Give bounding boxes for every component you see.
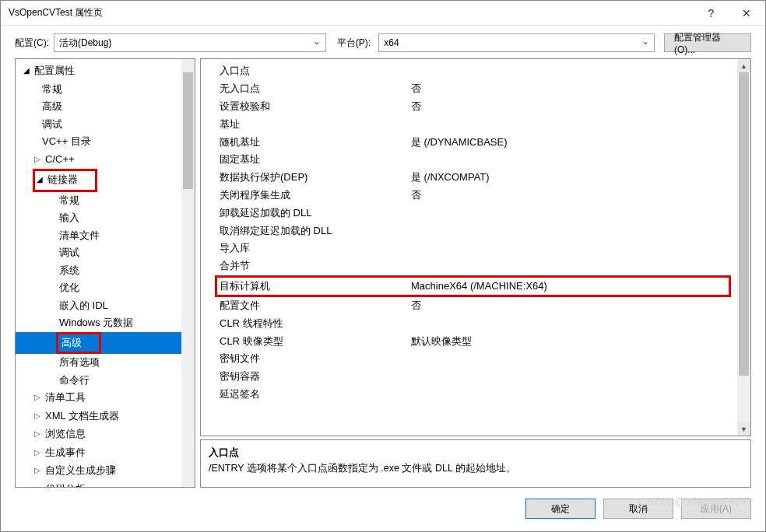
property-value[interactable]: MachineX64 (/MACHINE:X64) xyxy=(411,280,729,292)
description-pane: 入口点 /ENTRY 选项将某个入口点函数指定为 .exe 文件或 DLL 的起… xyxy=(200,439,751,488)
tree-item-xml-gen[interactable]: ▷XML 文档生成器 xyxy=(16,408,181,426)
tree-item-linker-cmd[interactable]: 命令行 xyxy=(16,372,181,390)
property-name: 配置文件 xyxy=(201,299,411,313)
property-row[interactable]: 合并节 xyxy=(201,257,737,275)
property-name: 取消绑定延迟加载的 DLL xyxy=(201,224,411,238)
tree-pane: ◢配置属性 常规 高级 调试 VC++ 目录 ▷C/C++ ◢链接器 常规 输入… xyxy=(15,58,195,488)
tree-scrollbar-thumb[interactable] xyxy=(183,72,193,189)
tree-item-linker-winmd[interactable]: Windows 元数据 xyxy=(16,314,181,332)
cancel-button[interactable]: 取消 xyxy=(603,499,673,519)
ok-button[interactable]: 确定 xyxy=(525,499,596,519)
window-title: VsOpenCVTest 属性页 xyxy=(9,6,694,19)
property-name: 导入库 xyxy=(201,241,411,255)
tree-item-linker[interactable]: ◢链接器 xyxy=(16,169,181,192)
tree-item-linker-system[interactable]: 系统 xyxy=(16,262,181,280)
property-name: CLR 线程特性 xyxy=(201,317,411,331)
property-value[interactable]: 默认映像类型 xyxy=(411,334,737,348)
config-value: 活动(Debug) xyxy=(59,37,111,50)
tree-item-linker-manifest[interactable]: 清单文件 xyxy=(16,227,181,245)
tree-item-manifest-tool[interactable]: ▷清单工具 xyxy=(16,389,181,408)
property-name: 密钥文件 xyxy=(201,352,411,366)
property-name: 无入口点 xyxy=(201,82,411,96)
tree-item-ccpp[interactable]: ▷C/C++ xyxy=(16,151,181,170)
property-row[interactable]: CLR 映像类型默认映像类型 xyxy=(201,332,737,350)
property-row[interactable]: 延迟签名 xyxy=(201,386,737,404)
property-name: 设置校验和 xyxy=(201,100,411,114)
right-pane: 入口点无入口点否设置校验和否基址随机基址是 (/DYNAMICBASE)固定基址… xyxy=(200,58,751,488)
property-row[interactable]: 基址 xyxy=(201,115,737,133)
scroll-up-icon[interactable]: ▲ xyxy=(737,59,750,72)
property-name: 合并节 xyxy=(201,259,411,273)
property-row[interactable]: 数据执行保护(DEP)是 (/NXCOMPAT) xyxy=(201,169,737,187)
tree-scroll[interactable]: ◢配置属性 常规 高级 调试 VC++ 目录 ▷C/C++ ◢链接器 常规 输入… xyxy=(16,59,181,487)
tree-item-build-events[interactable]: ▷生成事件 xyxy=(16,444,181,463)
property-row[interactable]: 关闭程序集生成否 xyxy=(201,187,737,205)
tree-item-linker-optimize[interactable]: 优化 xyxy=(16,279,181,297)
property-row[interactable]: 密钥文件 xyxy=(201,350,737,368)
tree-item-general[interactable]: 常规 xyxy=(16,81,181,99)
property-row[interactable]: 配置文件否 xyxy=(201,297,737,315)
property-row[interactable]: 固定基址 xyxy=(201,151,737,169)
config-row: 配置(C): 活动(Debug) 平台(P): x64 配置管理器(O)... xyxy=(1,26,765,58)
tree-item-advanced[interactable]: 高级 xyxy=(16,98,181,116)
apply-button[interactable]: 应用(A) xyxy=(681,499,751,519)
help-icon[interactable]: ? xyxy=(694,2,729,25)
property-name: 固定基址 xyxy=(201,152,411,166)
property-name: 目标计算机 xyxy=(217,279,411,293)
body-area: ◢配置属性 常规 高级 调试 VC++ 目录 ▷C/C++ ◢链接器 常规 输入… xyxy=(1,58,765,492)
property-name: 卸载延迟加载的 DLL xyxy=(201,206,411,220)
property-row[interactable]: 取消绑定延迟加载的 DLL xyxy=(201,222,737,240)
property-name: 数据执行保护(DEP) xyxy=(201,170,411,184)
close-icon[interactable]: ✕ xyxy=(729,2,764,25)
platform-combobox[interactable]: x64 xyxy=(378,33,655,52)
tree-item-browse[interactable]: ▷浏览信息 xyxy=(16,425,181,444)
property-row[interactable]: 无入口点否 xyxy=(201,80,737,98)
property-name: 延迟签名 xyxy=(201,387,411,401)
config-combobox[interactable]: 活动(Debug) xyxy=(54,33,326,52)
scroll-down-icon[interactable]: ▼ xyxy=(737,422,750,436)
tree-item-linker-general[interactable]: 常规 xyxy=(16,192,181,210)
property-name: CLR 映像类型 xyxy=(201,334,411,348)
tree-item-linker-all[interactable]: 所有选项 xyxy=(16,354,181,372)
property-value[interactable]: 否 xyxy=(411,100,737,114)
property-name: 入口点 xyxy=(201,64,411,78)
tree-item-linker-advanced[interactable]: 高级 xyxy=(16,332,181,355)
tree-item-linker-debug[interactable]: 调试 xyxy=(16,244,181,262)
property-grid: 入口点无入口点否设置校验和否基址随机基址是 (/DYNAMICBASE)固定基址… xyxy=(200,58,751,436)
property-row[interactable]: 入口点 xyxy=(201,62,737,80)
property-row[interactable]: 目标计算机MachineX64 (/MACHINE:X64) xyxy=(217,278,729,295)
property-row[interactable]: 密钥容器 xyxy=(201,368,737,386)
property-grid-body[interactable]: 入口点无入口点否设置校验和否基址随机基址是 (/DYNAMICBASE)固定基址… xyxy=(201,59,737,436)
property-row[interactable]: 卸载延迟加载的 DLL xyxy=(201,204,737,222)
tree-item-custom-build[interactable]: ▷自定义生成步骤 xyxy=(16,462,181,481)
highlight-box: 目标计算机MachineX64 (/MACHINE:X64) xyxy=(215,275,731,297)
tree-scrollbar[interactable] xyxy=(181,59,195,487)
property-value[interactable]: 是 (/NXCOMPAT) xyxy=(411,170,737,184)
grid-scrollbar[interactable]: ▲ ▼ xyxy=(737,59,750,436)
dialog-window: VsOpenCVTest 属性页 ? ✕ 配置(C): 活动(Debug) 平台… xyxy=(0,0,766,532)
grid-scrollbar-thumb[interactable] xyxy=(739,72,749,376)
property-name: 随机基址 xyxy=(201,135,411,149)
property-row[interactable]: CLR 线程特性 xyxy=(201,314,737,332)
property-value[interactable]: 否 xyxy=(411,299,737,313)
property-row[interactable]: 设置校验和否 xyxy=(201,98,737,116)
tree-item-linker-input[interactable]: 输入 xyxy=(16,209,181,227)
config-manager-button[interactable]: 配置管理器(O)... xyxy=(664,33,751,52)
tree-item-vcdirs[interactable]: VC++ 目录 xyxy=(16,133,181,151)
property-value[interactable]: 是 (/DYNAMICBASE) xyxy=(411,135,737,149)
property-row[interactable]: 随机基址是 (/DYNAMICBASE) xyxy=(201,133,737,151)
property-value[interactable]: 否 xyxy=(411,82,737,96)
property-name: 基址 xyxy=(201,117,411,131)
tree-item-code-analysis[interactable]: ▷代码分析 xyxy=(16,481,181,488)
config-label: 配置(C): xyxy=(15,37,49,50)
property-name: 密钥容器 xyxy=(201,369,411,383)
tree-root[interactable]: ◢配置属性 xyxy=(16,62,181,81)
property-row[interactable]: 导入库 xyxy=(201,240,737,257)
platform-value: x64 xyxy=(384,37,399,48)
tree-item-linker-idl[interactable]: 嵌入的 IDL xyxy=(16,297,181,315)
property-name: 关闭程序集生成 xyxy=(201,188,411,202)
property-value[interactable]: 否 xyxy=(411,188,737,202)
description-title: 入口点 xyxy=(209,445,743,460)
titlebar: VsOpenCVTest 属性页 ? ✕ xyxy=(1,1,765,26)
tree-item-debugging[interactable]: 调试 xyxy=(16,116,181,134)
